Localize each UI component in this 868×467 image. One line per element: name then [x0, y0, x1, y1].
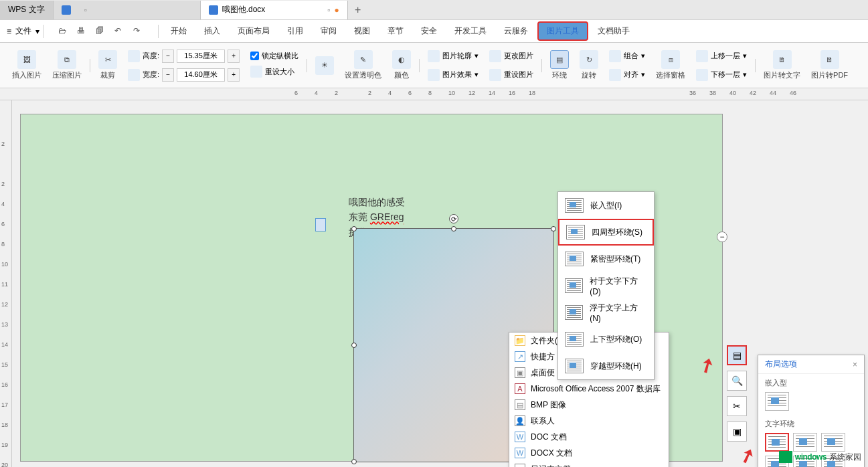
wrap-through[interactable]: 穿越型环绕(H): [558, 353, 654, 379]
reset-size-button[interactable]: 重设大小: [265, 67, 294, 77]
menu-dev-tools[interactable]: 开发工具: [446, 23, 495, 39]
down-layer-button[interactable]: 下移一层: [711, 70, 740, 80]
ctx-new-7[interactable]: WDOCX 文档: [509, 445, 669, 461]
label: DOCX 文档: [531, 448, 572, 459]
open-icon[interactable]: 🗁: [58, 26, 69, 37]
document-tab-2[interactable]: 哦图他.docx ▫ ●: [201, 1, 348, 19]
menu-start[interactable]: 开始: [163, 23, 195, 39]
menu-insert[interactable]: 插入: [196, 23, 228, 39]
wrap-topbottom[interactable]: 上下型环绕(O): [558, 326, 654, 353]
ctx-new-6[interactable]: WDOC 文档: [509, 429, 669, 445]
pic-to-text-button[interactable]: 🗎 图片转文字: [758, 50, 806, 80]
chevron-down-icon: ▾: [641, 52, 645, 60]
wrap-button[interactable]: ▤ 环绕: [545, 50, 574, 80]
up-layer-button[interactable]: 上移一层: [711, 51, 740, 61]
rotate-icon: ↻: [580, 50, 598, 69]
frame-button[interactable]: ▣: [727, 422, 747, 442]
new-tab-button[interactable]: +: [348, 4, 368, 16]
crop-side-button[interactable]: ✂: [727, 396, 747, 416]
zoom-button[interactable]: 🔍: [727, 371, 747, 391]
reset-pic-button[interactable]: 重设图片: [504, 70, 533, 80]
wrap-front[interactable]: 浮于文字上方(N): [558, 299, 654, 326]
transparency-button[interactable]: ✎ 设置透明色: [339, 50, 387, 80]
outline-button[interactable]: 图片轮廓: [442, 51, 472, 61]
wrap-square[interactable]: 四周型环绕(S): [558, 219, 654, 246]
undo-icon[interactable]: ↶: [114, 26, 125, 37]
tab-restore-icon[interactable]: ▫: [327, 5, 330, 15]
width-decrease[interactable]: −: [162, 68, 174, 82]
menu-cloud[interactable]: 云服务: [496, 23, 536, 39]
wrap-inline[interactable]: 嵌入型(I): [558, 192, 654, 219]
width-increase[interactable]: +: [228, 68, 240, 82]
width-input[interactable]: [177, 68, 225, 82]
menu-security[interactable]: 安全: [413, 23, 445, 39]
divider: [541, 59, 542, 72]
pic-to-pdf-button[interactable]: 🗎 图片转PDF: [806, 50, 853, 80]
redo-icon[interactable]: ↷: [133, 26, 144, 37]
print-icon[interactable]: 🖶: [77, 26, 88, 37]
layout-wrap-tight[interactable]: [793, 433, 817, 452]
chevron-down-icon: ▾: [474, 52, 479, 60]
label: 图片转PDF: [811, 70, 848, 80]
layout-options-button[interactable]: ▤: [727, 345, 747, 365]
ctx-new-4[interactable]: ▤BMP 图像: [509, 397, 669, 413]
layout-wrap-through[interactable]: [821, 433, 845, 452]
color-icon: ◐: [392, 50, 411, 69]
height-increase[interactable]: +: [228, 50, 240, 63]
select-pane-button[interactable]: ⧈ 选择窗格: [650, 50, 691, 80]
resize-handle-ne[interactable]: [551, 226, 556, 231]
reset-pic-icon: [489, 69, 501, 81]
insert-picture-button[interactable]: 🖼 插入图片: [7, 50, 47, 80]
document-tab-1[interactable]: ▫: [54, 1, 201, 19]
ctx-new-5[interactable]: 👤联系人: [509, 413, 669, 429]
height-decrease[interactable]: −: [162, 50, 174, 63]
reset-icon: [250, 66, 262, 78]
tick: 38: [709, 90, 716, 96]
file-menu[interactable]: ≡ 文件 ▾: [7, 25, 39, 37]
tick: 13: [1, 321, 8, 328]
wrap-behind-icon: [565, 278, 583, 293]
layout-wrap-square[interactable]: [765, 433, 789, 452]
menu-bar: ≡ 文件 ▾ 🗁 🖶 🗐 ↶ ↷ 开始 插入 页面布局 引用 审阅 视图 章节 …: [0, 20, 868, 43]
up-layer-icon: [696, 50, 708, 62]
resize-handle-w[interactable]: [351, 343, 357, 348]
rotate-handle[interactable]: ⟳: [449, 214, 458, 223]
menu-view[interactable]: 视图: [346, 23, 378, 39]
tick: 4: [315, 90, 318, 96]
wrap-behind[interactable]: 衬于文字下方(D): [558, 272, 654, 299]
resize-handle-nw[interactable]: [351, 226, 357, 231]
label: 文件夹(: [531, 335, 557, 347]
wrap-tight[interactable]: 紧密型环绕(T): [558, 246, 654, 272]
tab-restore-icon[interactable]: ▫: [84, 5, 87, 15]
brightness-button[interactable]: ☀: [310, 56, 339, 75]
menu-doc-assist[interactable]: 文档助手: [590, 23, 638, 39]
collapse-button[interactable]: −: [717, 231, 727, 242]
wrap-square-icon: [566, 225, 585, 240]
chevron-down-icon: ▾: [35, 27, 39, 36]
height-input[interactable]: [177, 50, 225, 63]
resize-handle-sw[interactable]: [351, 459, 357, 464]
print-preview-icon[interactable]: 🗐: [96, 26, 106, 37]
menu-page-layout[interactable]: 页面布局: [230, 23, 278, 39]
label: 日记本文档: [531, 464, 571, 468]
resize-handle-n[interactable]: [451, 226, 456, 231]
align-button[interactable]: 对齐: [624, 70, 638, 80]
lock-ratio-checkbox[interactable]: [250, 52, 259, 60]
group-button[interactable]: 组合: [624, 51, 638, 61]
ctx-new-3[interactable]: AMicrosoft Office Access 2007 数据库: [509, 381, 669, 397]
crop-button[interactable]: ✂ 裁剪: [93, 50, 122, 80]
label: 衬于文字下方(D): [590, 276, 647, 296]
compress-picture-button[interactable]: ⧉ 压缩图片: [47, 50, 87, 80]
color-button[interactable]: ◐ 颜色: [387, 50, 416, 80]
file-type-icon: ▤: [515, 399, 525, 410]
menu-picture-tools[interactable]: 图片工具: [537, 21, 588, 41]
ctx-new-8[interactable]: ▤日记本文档: [509, 461, 669, 467]
menu-review[interactable]: 审阅: [313, 23, 345, 39]
menu-reference[interactable]: 引用: [279, 23, 311, 39]
layout-inline-option[interactable]: [765, 392, 789, 411]
menu-chapter[interactable]: 章节: [379, 23, 412, 39]
rotate-button[interactable]: ↻ 旋转: [574, 50, 604, 80]
change-pic-button[interactable]: 更改图片: [504, 51, 533, 61]
effect-button[interactable]: 图片效果: [442, 70, 472, 80]
close-icon[interactable]: ×: [853, 360, 857, 369]
